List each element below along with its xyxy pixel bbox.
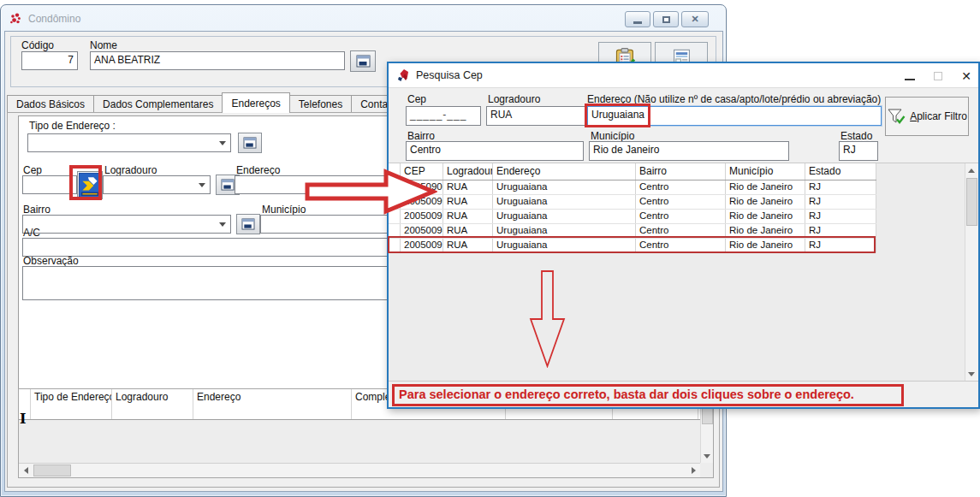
close-icon: ✕ — [691, 15, 698, 24]
card-file-icon — [241, 218, 255, 230]
scroll-down-button[interactable] — [965, 367, 978, 381]
pesquisa-window-title: Pesquisa Cep — [416, 69, 483, 81]
text-cursor: I — [20, 411, 26, 427]
table-cell: Uruguaiana — [493, 180, 636, 194]
nome-label: Nome — [90, 39, 117, 51]
row-selector — [389, 239, 401, 252]
table-cell: Rio de Janeiro — [726, 210, 805, 223]
bairro-combobox[interactable] — [22, 215, 231, 234]
card-file-icon — [356, 55, 371, 68]
table-cell: Uruguaiana — [493, 210, 636, 223]
bairro-label: Bairro — [23, 204, 50, 216]
table-cell: RJ — [805, 239, 876, 252]
column-header[interactable]: Estado — [805, 163, 876, 180]
correios-cep-search-button[interactable] — [77, 171, 103, 199]
column-header[interactable]: CEP — [401, 163, 443, 180]
tipo-endereco-label: Tipo de Endereço : — [29, 120, 116, 132]
condominio-window-controls: ✕ — [625, 11, 709, 27]
triangle-right-icon — [692, 467, 696, 474]
table-cell: Centro — [636, 210, 726, 223]
screen: Condômino ✕ Código 7 Nome ANA BEATRIZ — [0, 0, 980, 497]
column-header[interactable]: Endereço — [193, 389, 352, 419]
filter-cep-input[interactable]: _____-___ — [406, 106, 481, 126]
filter-endereco-input[interactable]: Uruguaiana — [587, 106, 882, 126]
window-pesquisa-cep: Pesquisa Cep ✕ Cep _____-___ Logradouro … — [387, 62, 980, 409]
filter-funnel-icon — [887, 108, 906, 125]
correios-icon — [79, 173, 101, 198]
scroll-down-button[interactable] — [700, 449, 713, 463]
codigo-label: Código — [21, 39, 54, 51]
close-button[interactable]: ✕ — [681, 11, 709, 27]
condominio-window-title: Condômino — [28, 13, 80, 25]
column-header[interactable]: Logradouro — [443, 163, 493, 180]
aplicar-filtro-button[interactable]: Aplicar Filtro — [885, 97, 969, 136]
table-cell: 20050092 — [401, 210, 443, 223]
table-row[interactable]: 20050094RUAUruguaianaCentroRio de Janeir… — [389, 224, 876, 239]
codigo-field[interactable]: 7 — [21, 51, 78, 70]
enderecos-grid-hscrollbar[interactable] — [19, 463, 700, 477]
triangle-up-icon — [968, 169, 975, 173]
tab-dados-complementares[interactable]: Dados Complementares — [93, 95, 223, 113]
table-cell: Rio de Janeiro — [726, 180, 805, 194]
scroll-up-button[interactable] — [965, 163, 978, 177]
maximize-button[interactable] — [934, 72, 942, 80]
scrollbar-thumb[interactable] — [966, 178, 977, 226]
table-row[interactable]: ►20050900RUAUruguaianaCentroRio de Janei… — [389, 180, 876, 195]
table-row[interactable]: 20050092RUAUruguaianaCentroRio de Janeir… — [389, 210, 876, 224]
table-cell: RUA — [443, 224, 493, 238]
bairro-lookup-button[interactable] — [236, 214, 260, 234]
pesquisa-status-strip: Para selecionar o endereço correto, bast… — [389, 381, 978, 407]
tab-telefones[interactable]: Telefones — [289, 95, 352, 113]
row-selector — [389, 224, 401, 238]
table-cell: 20050091 — [401, 239, 443, 252]
table-cell: 20050094 — [401, 224, 443, 238]
column-header[interactable]: Tipo de Endereço — [31, 389, 112, 419]
column-header[interactable]: Bairro — [636, 163, 726, 180]
endereco-label: Endereço — [236, 164, 280, 176]
table-cell: RUA — [443, 239, 493, 252]
scrollbar-thumb[interactable] — [33, 464, 71, 476]
scroll-right-button[interactable] — [686, 464, 700, 477]
table-cell: Uruguaiana — [493, 224, 636, 238]
column-header[interactable]: Município — [726, 163, 805, 180]
table-cell: RJ — [805, 195, 876, 209]
tipo-endereco-lookup-button[interactable] — [238, 133, 262, 153]
condominio-titlebar: Condômino — [9, 10, 80, 27]
cep-grid-vscrollbar[interactable] — [965, 163, 978, 381]
pesquisa-app-icon — [397, 68, 411, 82]
filter-municipio-input[interactable]: Rio de Janeiro — [589, 141, 789, 161]
minimize-button[interactable] — [625, 11, 650, 27]
logradouro-combobox[interactable] — [103, 175, 211, 194]
tab-dados-básicos[interactable]: Dados Básicos — [7, 95, 94, 113]
filter-bairro-input[interactable]: Centro — [406, 141, 584, 161]
table-cell: Rio de Janeiro — [726, 195, 805, 209]
nome-field[interactable]: ANA BEATRIZ — [90, 51, 345, 70]
cep-field[interactable] — [22, 175, 77, 194]
table-cell: Rio de Janeiro — [726, 224, 805, 238]
column-header[interactable]: Endereço — [493, 163, 636, 180]
nome-lookup-button[interactable] — [350, 50, 376, 72]
table-cell: Centro — [636, 180, 726, 194]
tab-endereços[interactable]: Endereços — [222, 92, 289, 113]
municipio-label: Município — [262, 204, 306, 216]
row-selector-header[interactable] — [389, 163, 401, 180]
minimize-button[interactable] — [905, 72, 915, 80]
cep-grid-header: CEPLogradouroEndereçoBairroMunicípioEsta… — [389, 163, 876, 180]
cep-grid-body: ►20050900RUAUruguaianaCentroRio de Janei… — [389, 180, 978, 253]
row-selector — [389, 195, 401, 209]
maximize-button[interactable] — [653, 11, 679, 27]
table-cell: RJ — [805, 210, 876, 223]
table-cell: Centro — [636, 195, 726, 209]
scroll-left-button[interactable] — [19, 464, 33, 477]
table-row[interactable]: 20050090RUAUruguaianaCentroRio de Janeir… — [389, 195, 876, 210]
filter-estado-input[interactable]: RJ — [839, 141, 878, 161]
table-cell: 20050090 — [401, 195, 443, 209]
column-header[interactable]: Logradouro — [112, 389, 193, 419]
close-button[interactable]: ✕ — [961, 68, 971, 84]
table-cell: RJ — [805, 224, 876, 238]
table-cell: Rio de Janeiro — [726, 239, 805, 252]
table-row[interactable]: 20050091RUAUruguaianaCentroRio de Janeir… — [389, 239, 876, 253]
tipo-endereco-combobox[interactable] — [27, 133, 231, 152]
instruction-banner: Para selecionar o endereço correto, bast… — [392, 384, 904, 406]
filter-logradouro-label: Logradouro — [488, 93, 540, 105]
